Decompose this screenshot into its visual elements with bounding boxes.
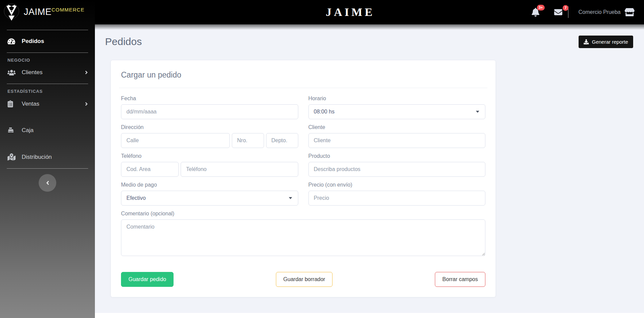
sidebar-item-clientes[interactable]: Clientes [0,64,95,81]
account-name: Comercio Prueba [579,9,621,15]
producto-field-group: Producto [308,153,486,177]
cod-area-input[interactable] [121,162,179,177]
guardar-pedido-button[interactable]: Guardar pedido [121,272,174,287]
sidebar-item-caja[interactable]: Caja [0,122,95,139]
sidebar-section-negocio: NEGOCIO [7,58,95,63]
order-form-card: Cargar un pedido Fecha Horario 08:00 hs … [110,60,496,297]
medio-pago-field-group: Medio de pago Efectivo [121,182,298,206]
brand-name: JAIMECOMMERCE [24,7,84,17]
page-title: Pedidos [105,36,142,47]
store-icon [625,8,635,16]
fecha-label: Fecha [121,96,298,102]
producto-input[interactable] [308,162,486,177]
caret-down-icon [476,111,479,113]
cliente-label: Cliente [308,124,486,130]
sidebar-item-ventas[interactable]: Ventas [0,95,95,112]
map-icon [7,153,17,161]
sidebar: JAIMECOMMERCE Pedidos NEGOCIO Clientes E… [0,0,95,318]
medio-pago-select[interactable]: Efectivo [121,191,298,206]
medio-pago-label: Medio de pago [121,182,298,188]
precio-label: Precio (con envío) [308,182,486,188]
tachometer-icon [7,38,17,45]
chevron-right-icon [85,101,88,107]
brand[interactable]: JAIMECOMMERCE [0,0,95,27]
comentario-field-group: Comentario (opcional) [121,211,485,257]
cliente-field-group: Cliente [308,124,486,148]
card-title: Cargar un pedido [121,70,487,80]
top-navbar: JAIME 3+ 7 Comercio Prueba [95,0,644,24]
sidebar-item-pedidos[interactable]: Pedidos [0,33,95,50]
nro-input[interactable] [232,133,264,148]
caret-down-icon [289,197,292,199]
sidebar-item-label: Ventas [22,101,39,107]
brand-suffix: COMMERCE [52,7,84,13]
precio-field-group: Precio (con envío) [308,182,486,206]
users-icon [7,69,17,76]
chevron-left-icon [46,180,49,186]
envelope-icon [553,8,563,16]
sidebar-item-label: Distribución [22,154,52,161]
medio-pago-selected-value: Efectivo [126,195,146,201]
tuxedo-logo-icon [3,3,20,22]
messages-badge: 7 [563,5,568,11]
telefono-input[interactable] [181,162,298,177]
sidebar-item-label: Caja [22,127,34,134]
telefono-label: Teléfono [121,153,298,159]
horario-field-group: Horario 08:00 hs [308,96,486,119]
direccion-label: Dirección [121,124,298,130]
sidebar-item-distribucion[interactable]: Distribución [0,148,95,166]
cliente-input[interactable] [308,133,486,148]
sidebar-item-label: Clientes [22,69,42,76]
horario-select[interactable]: 08:00 hs [308,104,486,119]
clipboard-icon [7,100,17,107]
sidebar-divider [7,52,88,53]
card-divider [119,88,487,88]
sidebar-collapse-button[interactable] [39,174,56,192]
fecha-input[interactable] [121,104,298,119]
telefono-field-group: Teléfono [121,153,298,177]
sidebar-divider [7,168,88,169]
footer-strip [95,313,644,318]
account-menu[interactable]: Comercio Prueba [579,8,635,16]
horario-selected-value: 08:00 hs [314,109,335,115]
calle-input[interactable] [121,133,230,148]
producto-label: Producto [308,153,486,159]
sidebar-section-estadisticas: ESTADÍSTICAS [7,89,95,94]
precio-input[interactable] [308,191,486,206]
sidebar-item-label: Pedidos [22,38,44,45]
fecha-field-group: Fecha [121,96,298,119]
generate-report-button[interactable]: Generar reporte [579,36,633,48]
sidebar-divider [7,30,88,30]
notifications-button[interactable]: 3+ [531,8,540,17]
comentario-label: Comentario (opcional) [121,211,485,217]
direccion-field-group: Dirección [121,124,298,148]
guardar-borrador-button[interactable]: Guardar borrador [276,272,333,287]
sidebar-divider [7,84,88,84]
comentario-textarea[interactable] [121,219,485,256]
borrar-campos-button[interactable]: Borrar campos [435,272,485,287]
horario-label: Horario [308,96,486,102]
chevron-right-icon [85,70,88,75]
messages-button[interactable]: 7 [553,8,563,16]
navbar-title: JAIME [326,6,375,19]
generate-report-label: Generar reporte [592,39,628,45]
main-content: Pedidos Generar reporte Cargar un pedido… [95,24,644,318]
download-icon [584,39,589,44]
notifications-badge: 3+ [537,5,545,10]
cash-register-icon [7,127,17,134]
depto-input[interactable] [266,133,298,148]
